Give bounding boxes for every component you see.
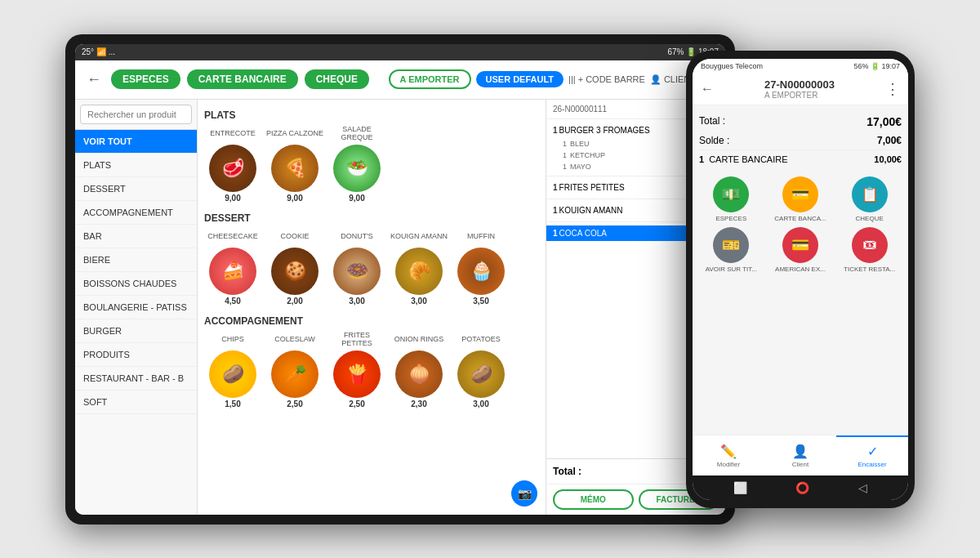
camera-fab[interactable]: 📷 [511,480,537,507]
tablet-toolbar: ← ESPECES CARTE BANCAIRE CHEQUE A EMPORT… [75,60,725,100]
phone-order-type: A EMPORTER [764,91,835,100]
sidebar-item-restaurant[interactable]: RESTAURANT - BAR - B [75,367,197,391]
phone-order-info: 27-N00000003 A EMPORTER [764,78,835,100]
payment-btn-avoir[interactable]: 🎫 AVOIR SUR TIT... [699,227,764,273]
cheque-button[interactable]: CHEQUE [305,69,369,89]
sidebar-item-voir-tout[interactable]: VOIR TOUT [75,130,197,154]
phone-bottom-bar: ✏️ Modifier 👤 Client ✓ Encaisser [693,435,908,475]
especes-label: ESPECES [715,215,746,222]
phone-bottom-encaisser[interactable]: ✓ Encaisser [836,435,908,475]
product-salade-greque[interactable]: SALADE GREQUE 🥗 9,00 [328,126,385,203]
phone-nav-triangle[interactable]: ◁ [858,481,867,494]
tablet-screen: 25° 📶 ... 67% 🔋 18:07 ← ESPECES CARTE BA… [75,44,725,515]
phone-bottom-client[interactable]: 👤 Client [764,435,836,475]
phone-back-button[interactable]: ← [701,82,714,96]
phone-screen: Bouygues Telecom 56% 🔋 19:07 ← 27-N00000… [693,59,908,500]
phone-solde-value: 7,00€ [877,135,902,146]
tablet-status-bar: 25° 📶 ... 67% 🔋 18:07 [75,44,725,60]
carte-label: CARTE BANCA... [774,215,826,222]
sidebar-item-boissons[interactable]: BOISSONS CHAUDES [75,272,197,296]
section-dessert-title: DESSERT [204,212,539,224]
back-button[interactable]: ← [83,68,105,92]
phone-order-number: 27-N00000003 [764,78,835,91]
phone-toolbar: ← 27-N00000003 A EMPORTER ⋮ [693,74,908,105]
avoir-label: AVOIR SUR TIT... [706,266,757,273]
search-box [75,100,197,130]
payment-btn-especes[interactable]: 💵 ESPECES [699,176,764,222]
client-label: Client [792,461,808,468]
product-cookie[interactable]: COOKIE 🍪 2,00 [266,229,323,306]
product-onion-rings[interactable]: ONION RINGS 🧅 2,30 [390,332,448,408]
order-total-label: Total : [553,466,581,477]
product-muffin[interactable]: MUFFIN 🧁 3,50 [452,229,510,306]
avoir-icon: 🎫 [713,227,749,263]
phone-payment-grid: 💵 ESPECES 💳 CARTE BANCA... 📋 CHEQUE 🎫 AV… [699,176,902,273]
sidebar-item-accompagnement[interactable]: ACCOMPAGNEMENT [75,201,197,225]
phone-status-right: 56% 🔋 19:07 [853,62,900,70]
phone-total-row: Total : 17,00€ [699,112,902,132]
american-label: AMERICAN EX... [775,266,826,273]
product-cheesecake[interactable]: CHEESECAKE 🍰 4,50 [204,229,261,306]
client-icon: 👤 [792,444,808,459]
especes-button[interactable]: ESPECES [111,69,180,89]
product-chips[interactable]: CHIPS 🥔 1,50 [204,332,261,408]
toolbar-right: A EMPORTER USER DEFAULT ||| + CODE BARRE… [389,69,717,89]
phone: Bouygues Telecom 56% 🔋 19:07 ← 27-N00000… [686,51,915,508]
encaisser-label: Encaisser [858,461,886,468]
sidebar-item-soft[interactable]: SOFT [75,391,197,414]
product-frites-petites[interactable]: FRITES PETITES 🍟 2,50 [328,332,385,408]
phone-more-button[interactable]: ⋮ [885,80,900,98]
sidebar-item-boulangerie[interactable]: BOULANGERIE - PATISS [75,296,197,319]
phone-bottom-modifier[interactable]: ✏️ Modifier [693,435,764,475]
product-coleslaw[interactable]: COLESLAW 🥕 2,50 [266,332,323,408]
product-potatoes[interactable]: POTATOES 🥔 3,00 [452,332,510,408]
barcode-button[interactable]: ||| + CODE BARRE [568,74,645,84]
sidebar-item-plats[interactable]: PLATS [75,154,197,177]
product-donut[interactable]: DONUT'S 🍩 3,00 [328,229,385,306]
product-pizza-calzone[interactable]: PIZZA CALZONE 🍕 9,00 [266,126,323,203]
phone-status-left: Bouygues Telecom [701,62,763,70]
product-entrecote[interactable]: ENTRECOTE 🥩 9,00 [204,126,261,203]
modifier-icon: ✏️ [720,444,737,459]
phone-payment-name: CARTE BANCAIRE [709,154,874,164]
phone-nav-bar: ⬜ ⭕ ◁ [693,475,908,500]
sidebar-item-burger[interactable]: BURGER [75,319,197,343]
sidebar-item-biere[interactable]: BIERE [75,248,197,272]
phone-status-bar: Bouygues Telecom 56% 🔋 19:07 [693,59,908,74]
american-icon: 💳 [782,227,818,263]
memo-button[interactable]: MÉMO [553,489,634,510]
carte-icon: 💳 [782,176,818,212]
phone-payment-value: 10,00€ [874,154,902,164]
user-default-button[interactable]: USER DEFAULT [476,71,564,87]
ticket-label: TICKET RESTA... [844,266,895,273]
phone-total-value: 17,00€ [866,115,902,128]
sidebar: VOIR TOUT PLATS DESSERT ACCOMPAGNEMENT B… [75,100,198,515]
payment-btn-ticket[interactable]: 🎟 TICKET RESTA... [837,227,902,273]
tablet: 25° 📶 ... 67% 🔋 18:07 ← ESPECES CARTE BA… [65,34,735,525]
tablet-status-left: 25° 📶 ... [82,47,115,56]
person-icon: 👤 [650,74,662,85]
section-accompagnement-title: ACCOMPAGNEMENT [204,315,539,327]
order-number: 26-N00000111 [553,105,607,114]
payment-btn-carte[interactable]: 💳 CARTE BANCA... [768,176,833,222]
phone-payment-qty: 1 [699,154,704,164]
cheque-icon: 📋 [852,176,888,212]
sidebar-item-dessert[interactable]: DESSERT [75,177,197,201]
product-kouign[interactable]: KOUIGN AMANN 🥐 3,00 [390,229,448,306]
phone-nav-circle[interactable]: ⭕ [795,481,809,494]
payment-btn-american[interactable]: 💳 AMERICAN EX... [768,227,833,273]
dessert-grid: CHEESECAKE 🍰 4,50 COOKIE 🍪 2,00 DONUT'S … [204,229,539,306]
sidebar-item-bar[interactable]: BAR [75,225,197,248]
sidebar-menu: VOIR TOUT PLATS DESSERT ACCOMPAGNEMENT B… [75,130,197,515]
sidebar-item-produits[interactable]: PRODUITS [75,343,197,367]
emporter-button[interactable]: A EMPORTER [389,69,471,89]
search-input[interactable] [80,105,192,124]
phone-total-label: Total : [699,115,725,128]
carte-bancaire-button[interactable]: CARTE BANCAIRE [187,69,298,89]
products-area: PLATS ENTRECOTE 🥩 9,00 PIZZA CALZONE 🍕 9… [198,100,546,515]
tablet-content: VOIR TOUT PLATS DESSERT ACCOMPAGNEMENT B… [75,100,725,515]
phone-solde-row: Solde : 7,00€ [699,132,902,150]
payment-btn-cheque[interactable]: 📋 CHEQUE [837,176,902,222]
especes-icon: 💵 [713,176,749,212]
phone-nav-square[interactable]: ⬜ [733,481,747,494]
